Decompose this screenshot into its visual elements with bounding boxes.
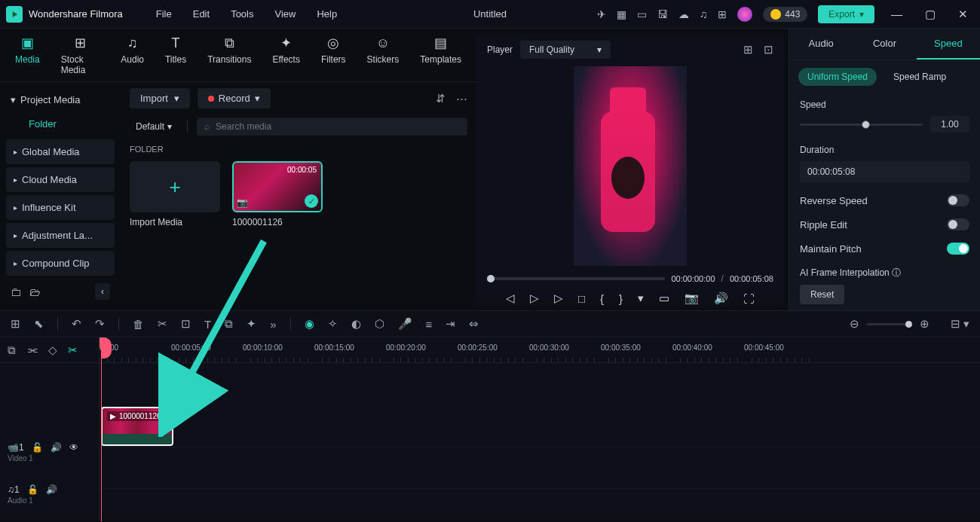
mute-icon[interactable]: 🔊 [51, 442, 62, 453]
new-folder-icon[interactable]: 🗀 [11, 285, 22, 298]
menu-tools[interactable]: Tools [220, 4, 264, 24]
magnet-icon[interactable]: ⫘ [26, 343, 38, 356]
tab-titles[interactable]: TTitles [165, 35, 186, 75]
media-clip-card[interactable]: 00:00:05 📷 ✓ 1000001126 [232, 161, 323, 227]
split-icon[interactable]: ✂ [158, 317, 167, 331]
sort-default[interactable]: Default▾ [130, 118, 178, 135]
cursor-icon[interactable]: ⬉ [34, 317, 44, 331]
import-button[interactable]: Import▾ [130, 88, 190, 108]
menu-file[interactable]: File [145, 4, 182, 24]
lock-icon[interactable]: 🔓 [32, 442, 43, 453]
subtab-uniform-speed[interactable]: Uniform Speed [798, 68, 877, 86]
headphones-icon[interactable]: ♫ [700, 8, 708, 20]
enhance-icon[interactable]: ✧ [328, 317, 338, 331]
search-box[interactable]: ⌕Search media [197, 118, 467, 136]
auto-icon[interactable]: ✂ [68, 343, 78, 357]
tab-audio[interactable]: ♫Audio [121, 35, 144, 75]
scrubber-thumb[interactable] [487, 275, 495, 282]
mark-in-button[interactable]: { [600, 292, 604, 305]
marker-button[interactable]: ▾ [638, 292, 644, 305]
coin-balance[interactable]: 443 [763, 7, 807, 22]
eye-icon[interactable]: 👁 [69, 442, 78, 453]
scrubber[interactable] [487, 277, 665, 280]
ruler[interactable]: 00:0000:00:05:0000:00:10:0000:00:15:0000… [100, 337, 980, 363]
slider-thumb[interactable] [862, 121, 870, 129]
mixer-icon[interactable]: ≡ [426, 318, 433, 331]
collapse-sidebar-button[interactable]: ‹ [95, 283, 110, 300]
send-icon[interactable]: ✈ [597, 8, 606, 20]
screenshot-button[interactable]: ▭ [659, 292, 669, 305]
zoom-in-icon[interactable]: ⊕ [920, 317, 929, 331]
sidebar-folder[interactable]: Folder [6, 111, 115, 136]
menu-edit[interactable]: Edit [182, 4, 220, 24]
sidebar-influence-kit[interactable]: ▸Influence Kit [6, 195, 115, 220]
redo-icon[interactable]: ↷ [95, 317, 105, 331]
tab-stock-media[interactable]: ⊞Stock Media [61, 35, 100, 75]
menu-help[interactable]: Help [306, 4, 348, 24]
crop-icon[interactable]: ⊡ [181, 317, 191, 331]
tab-audio-props[interactable]: Audio [789, 29, 853, 60]
play-button[interactable]: ▷ [554, 292, 563, 305]
picture-layout-icon[interactable]: ⊡ [764, 43, 773, 56]
grid-layout-icon[interactable]: ⊞ [743, 43, 753, 56]
fullscreen-button[interactable]: ⛶ [743, 292, 755, 305]
ripple-toggle[interactable] [947, 218, 969, 230]
tab-color-props[interactable]: Color [853, 29, 916, 60]
quality-select[interactable]: Full Quality▾ [520, 41, 611, 59]
reset-button[interactable]: Reset [800, 285, 844, 304]
export-tl-icon[interactable]: ⇥ [446, 317, 455, 331]
tab-effects[interactable]: ✦Effects [272, 35, 299, 75]
import-media-card[interactable]: + Import Media [130, 161, 220, 227]
zoom-slider[interactable] [867, 323, 912, 325]
sidebar-compound-clip[interactable]: ▸Compound Clip [6, 251, 115, 276]
filter-icon[interactable]: ⇵ [436, 92, 446, 105]
export-button[interactable]: Export▾ [818, 5, 874, 23]
speed-slider[interactable] [800, 124, 923, 126]
cloud-icon[interactable]: ☁ [678, 8, 689, 20]
minimize-button[interactable]: — [885, 5, 908, 23]
duration-value[interactable]: 00:00:05:08 [800, 161, 969, 182]
speed-value[interactable]: 1.00 [930, 116, 969, 133]
mute-icon[interactable]: 🔊 [46, 484, 57, 495]
tracks-area[interactable]: 00:0000:00:05:0000:00:10:0000:00:15:0000… [100, 337, 980, 521]
audio-track-header[interactable]: ♫1🔓🔊 Audio 1 [0, 473, 99, 515]
stop-button[interactable]: □ [578, 292, 585, 305]
maximize-button[interactable]: ▢ [919, 5, 942, 24]
tab-transitions[interactable]: ⧉Transitions [207, 35, 251, 75]
record-button[interactable]: Record▾ [198, 88, 271, 108]
subtab-speed-ramp[interactable]: Speed Ramp [884, 68, 955, 86]
view-options-icon[interactable]: ⊟ ▾ [951, 317, 969, 331]
tab-filters[interactable]: ◎Filters [321, 35, 346, 75]
video-track-header[interactable]: 📹1🔓🔊👁 Video 1 [0, 431, 99, 473]
tab-media[interactable]: ▣Media [15, 35, 40, 75]
delete-icon[interactable]: 🗑 [133, 318, 144, 331]
menu-view[interactable]: View [264, 4, 306, 24]
grid-icon[interactable]: ⊞ [11, 317, 20, 331]
copy-icon[interactable]: ⧉ [225, 317, 233, 331]
device-icon[interactable]: ▦ [617, 8, 626, 20]
speed-tl-icon[interactable]: ◐ [351, 317, 361, 331]
undo-icon[interactable]: ↶ [72, 317, 81, 331]
ai-icon[interactable]: ◉ [305, 317, 314, 331]
camera-button[interactable]: 📷 [684, 292, 699, 305]
reverse-toggle[interactable] [947, 194, 969, 206]
effects-tl-icon[interactable]: ✦ [247, 317, 256, 331]
text-icon[interactable]: T [204, 318, 211, 331]
volume-button[interactable]: 🔊 [714, 292, 728, 305]
more-tl-icon[interactable]: » [270, 318, 276, 331]
save-icon[interactable]: 🖫 [657, 8, 668, 20]
apps-icon[interactable]: ⊞ [718, 8, 727, 20]
tab-stickers[interactable]: ☺Stickers [367, 35, 400, 75]
prev-frame-button[interactable]: ◁ [506, 292, 515, 305]
pitch-toggle[interactable] [947, 243, 969, 255]
tab-speed-props[interactable]: Speed [917, 29, 980, 60]
avatar[interactable] [737, 7, 752, 22]
mic-icon[interactable]: 🎤 [398, 317, 412, 331]
link-tracks-icon[interactable]: ⧉ [8, 343, 16, 357]
close-button[interactable]: ✕ [952, 5, 974, 24]
play-in-button[interactable]: ▷ [530, 292, 539, 305]
video-clip[interactable]: ▶ 1000001126 [101, 407, 173, 446]
more-icon[interactable]: ⋯ [456, 92, 467, 105]
sidebar-cloud-media[interactable]: ▸Cloud Media [6, 167, 115, 192]
display-icon[interactable]: ▭ [637, 8, 647, 20]
